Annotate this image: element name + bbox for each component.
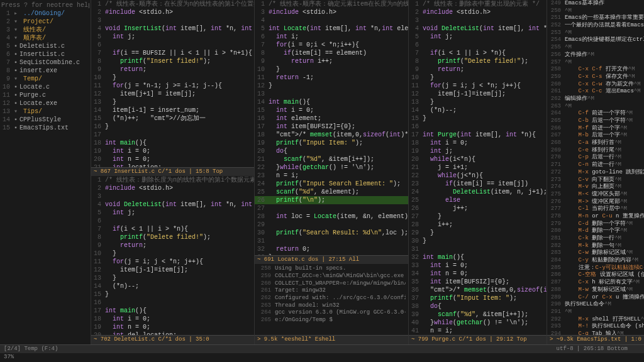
tree-item[interactable]: 8 ▪insert.exe (1, 67, 89, 75)
tree-item[interactable]: 11 ▪Purge.c (1, 91, 89, 99)
code-line[interactable]: 22 while(j<*n){ (409, 172, 547, 180)
code-line[interactable]: 8 printf("Delete filed!"); (409, 57, 547, 65)
code-line[interactable]: 19 printf("Input Item: "); (255, 139, 408, 147)
code-line[interactable]: 8 printf("Delete filed!"); (91, 233, 254, 241)
code-line[interactable]: 7 for(i = 0;i < *n;i++){ (255, 41, 408, 49)
code-line[interactable]: 18 int i = 0; (409, 139, 547, 147)
code-line[interactable]: 18 int i = 0; (91, 315, 254, 323)
editor-insertlist[interactable]: 1/* 线性表-顺序表：在长度为n的线性表的第i个位置插入一个新数 */ 2#i… (91, 0, 254, 167)
code-line[interactable]: 3#include <stdio.h> (255, 8, 408, 16)
code-line[interactable]: 5 int j; (91, 33, 254, 41)
code-line[interactable]: 16 int element; (255, 114, 408, 123)
code-line[interactable]: 26 j++; (409, 204, 547, 212)
code-line[interactable]: 9 return i++; (255, 57, 408, 65)
code-line[interactable]: 20 int n = 0; (91, 155, 254, 163)
code-line[interactable]: 20 do{ (255, 147, 408, 155)
code-line[interactable]: 41 n = i; (409, 327, 547, 335)
code-line[interactable]: 19 int n = 0; (91, 323, 254, 331)
code-line[interactable]: 37 printf("Input Item: "); (409, 294, 547, 302)
editor-purge[interactable]: 1/* 线性表：删除表中重复出现的元素 */ 2#include <stdio.… (409, 0, 547, 335)
code-line[interactable]: 7 if(i == BUFSIZ || i < 1 || i > *n+1){ (91, 49, 254, 57)
code-line[interactable]: 12 item[j-1]=item[j]; (409, 90, 547, 98)
code-line[interactable]: 12 item[j+1] = item[j]; (91, 90, 254, 98)
code-line[interactable]: 19 int j; (409, 147, 547, 155)
code-line[interactable]: 17 int item[BUFSIZ]={0}; (255, 123, 408, 131)
code-line[interactable]: 15 int i = 0; (255, 106, 408, 114)
code-line[interactable]: 12} (255, 82, 408, 90)
code-line[interactable]: 23 n = i; (255, 172, 408, 180)
tree-item[interactable]: 10 ▪Locate.c (1, 83, 89, 91)
code-line[interactable]: 10 } (91, 250, 254, 258)
editor-emacstips[interactable]: 249Emacs基本操作250^M251Emacs的一些基本操作非常重要. 必须… (547, 0, 644, 335)
code-line[interactable]: 33 int i = 0; (409, 261, 547, 270)
eshell-output[interactable]: 258Using built-in specs.259COLLECT_GCC=e… (255, 264, 408, 335)
code-line[interactable]: 15 (*n)++; "cmt">//勿忘加一 (91, 114, 254, 123)
code-line[interactable]: 5 int j; (409, 33, 547, 41)
code-line[interactable]: 6 (91, 217, 254, 225)
editor-deletelist[interactable]: 1/* 线性表：删除长度为n的线性表中的第i个数据元素 */ 2#include… (91, 176, 254, 334)
code-line[interactable]: 16 (409, 123, 547, 131)
code-line[interactable]: 14 item[i-1] = insert_num; (91, 106, 254, 114)
code-line[interactable]: 34 int n = 0; (409, 270, 547, 278)
code-line[interactable]: 4void InsertList(int item[], int *n, int… (91, 25, 254, 33)
code-line[interactable]: 3 (91, 16, 254, 25)
code-line[interactable]: 7 if(i < 1 || i > *n){ (409, 49, 547, 57)
code-line[interactable]: 10 } (91, 74, 254, 82)
file-tree[interactable]: Press ? for neotree help 1▸ ../OnGoing/2… (0, 0, 91, 344)
code-line[interactable]: 4void DeleteList(int item[], int *n, int… (91, 200, 254, 209)
code-line[interactable]: 11 for(j = i; j < *n; j++){ (91, 258, 254, 266)
code-line[interactable]: 27 } (409, 212, 547, 221)
code-line[interactable]: 31 (255, 237, 408, 245)
code-line[interactable]: 6 int i; (255, 33, 408, 41)
code-line[interactable]: 30 printf("Search Result: %d\n",loc ); (255, 229, 408, 237)
code-line[interactable]: 2#include <stdio.h> (91, 8, 254, 16)
code-line[interactable]: 15} (409, 114, 547, 123)
code-line[interactable]: 8 if(item[i] == element) (255, 49, 408, 57)
tree-item[interactable]: 2▾ Project/ (1, 18, 89, 26)
tree-item[interactable]: 15 ▪EmacsTips.txt (1, 124, 89, 132)
code-line[interactable]: 38 do{ (409, 302, 547, 310)
code-line[interactable]: 22 }while(getchar() != '\n'); (255, 163, 408, 172)
code-line[interactable]: 6 (91, 41, 254, 49)
code-line[interactable]: 28 int loc = Locate(item, &n, element); (255, 212, 408, 221)
code-line[interactable]: 36 "cmt">/* memset(item,0,sizeof(int)*BU… (409, 286, 547, 294)
tree-item[interactable]: 5 ▪DeleteList.c (1, 42, 89, 50)
code-line[interactable]: 24 printf("Input Search Element: "); (255, 180, 408, 188)
code-line[interactable]: 25 else (409, 196, 547, 204)
code-line[interactable]: 10 } (255, 65, 408, 74)
code-line[interactable]: 19 int i = 0; (91, 147, 254, 155)
code-line[interactable]: 12 item[j-1]=item[j]; (91, 266, 254, 274)
code-line[interactable]: 40 }while(getchar() != '\n'); (409, 319, 547, 327)
code-line[interactable]: 2#include <stdio.h> (409, 8, 547, 16)
code-line[interactable]: 32int main(){ (409, 253, 547, 261)
code-line[interactable]: 29 } (409, 229, 547, 237)
code-line[interactable]: 11 for(j = i; j < *n; j++){ (409, 82, 547, 90)
code-line[interactable]: 5 int j; (91, 209, 254, 217)
tree-item[interactable]: 3 ▾ 线性表/ (1, 26, 89, 34)
code-line[interactable]: 4 (255, 16, 408, 25)
code-line[interactable]: 21 j = i+1; (409, 163, 547, 172)
code-line[interactable]: 11 return -1; (255, 74, 408, 82)
tree-item[interactable]: 9▾ Temp/ (1, 75, 89, 83)
code-line[interactable]: 8 printf("Insert filed!"); (91, 57, 254, 65)
code-line[interactable]: 25 scanf("%d", &element); (255, 188, 408, 196)
tree-item[interactable]: 12 ▪Locate.exe (1, 99, 89, 107)
code-line[interactable]: 3 (409, 16, 547, 25)
code-line[interactable]: 28 i++; (409, 221, 547, 229)
code-line[interactable]: 15} (91, 290, 254, 299)
code-line[interactable]: 32 return 0; (255, 245, 408, 253)
code-line[interactable]: 13 } (409, 98, 547, 106)
code-line[interactable]: 16 (91, 299, 254, 307)
code-line[interactable]: 29 (255, 221, 408, 229)
code-line[interactable]: 20 while(i<*n){ (409, 155, 547, 163)
code-line[interactable]: 35 int item[BUFSIZ]={0}; (409, 278, 547, 286)
code-line[interactable]: 5int Locate(int item[], int *n,int eleme… (255, 25, 408, 33)
code-line[interactable]: 6 (409, 41, 547, 49)
code-line[interactable]: 17int main(){ (91, 307, 254, 315)
code-line[interactable]: 13 } (91, 274, 254, 282)
code-line[interactable]: 10 } (409, 74, 547, 82)
tree-item[interactable]: 14 ▪CPPlusStyle (1, 116, 89, 124)
code-line[interactable]: 9 return; (409, 65, 547, 74)
code-line[interactable]: 14int main(){ (255, 98, 408, 106)
code-line[interactable]: 16} (91, 123, 254, 131)
